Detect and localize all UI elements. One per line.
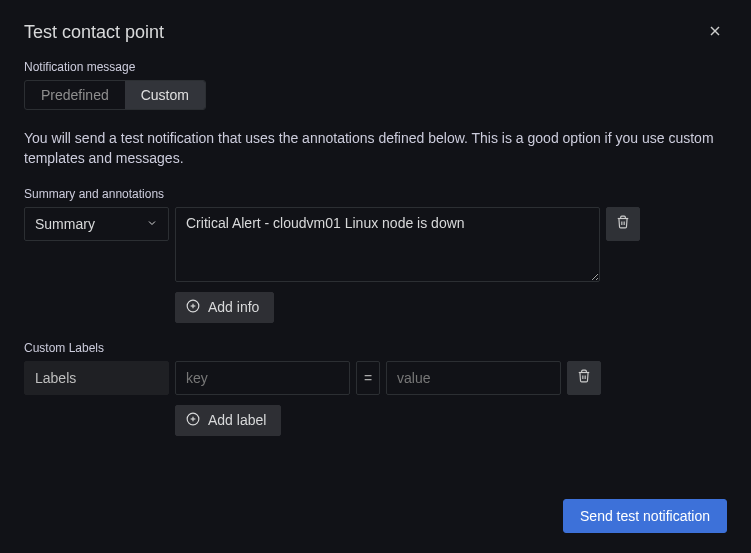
test-contact-point-modal: Test contact point Notification message … <box>0 0 751 553</box>
close-button[interactable] <box>703 19 727 46</box>
labels-section: Custom Labels Labels = Add label <box>24 341 727 436</box>
modal-body: Notification message Predefined Custom Y… <box>0 60 751 436</box>
modal-footer: Send test notification <box>563 499 727 533</box>
delete-label-button[interactable] <box>567 361 601 395</box>
labels-row: Labels = <box>24 361 727 395</box>
chevron-down-icon <box>146 216 158 232</box>
notification-toggle-group: Predefined Custom <box>24 80 206 110</box>
add-label-label: Add label <box>208 412 266 428</box>
add-info-label: Add info <box>208 299 259 315</box>
custom-toggle[interactable]: Custom <box>125 81 205 109</box>
custom-labels-label: Custom Labels <box>24 341 727 355</box>
trash-icon <box>616 215 630 232</box>
annotations-row: Summary <box>24 207 727 282</box>
annotation-type-value: Summary <box>35 216 95 232</box>
labels-field-name: Labels <box>24 361 169 395</box>
plus-circle-icon <box>186 412 200 429</box>
notification-description: You will send a test notification that u… <box>24 128 714 169</box>
add-info-button[interactable]: Add info <box>175 292 274 323</box>
modal-title: Test contact point <box>24 22 164 43</box>
trash-icon <box>577 369 591 386</box>
notification-message-label: Notification message <box>24 60 727 74</box>
label-key-input[interactable] <box>175 361 350 395</box>
modal-header: Test contact point <box>0 0 751 60</box>
close-icon <box>707 27 723 42</box>
predefined-toggle[interactable]: Predefined <box>25 81 125 109</box>
add-label-button[interactable]: Add label <box>175 405 281 436</box>
plus-circle-icon <box>186 299 200 316</box>
delete-annotation-button[interactable] <box>606 207 640 241</box>
annotations-section: Summary and annotations Summary <box>24 187 727 323</box>
equals-separator: = <box>356 361 380 395</box>
annotation-type-select[interactable]: Summary <box>24 207 169 241</box>
label-value-input[interactable] <box>386 361 561 395</box>
annotations-label: Summary and annotations <box>24 187 727 201</box>
send-test-notification-button[interactable]: Send test notification <box>563 499 727 533</box>
annotation-value-textarea[interactable] <box>175 207 600 282</box>
